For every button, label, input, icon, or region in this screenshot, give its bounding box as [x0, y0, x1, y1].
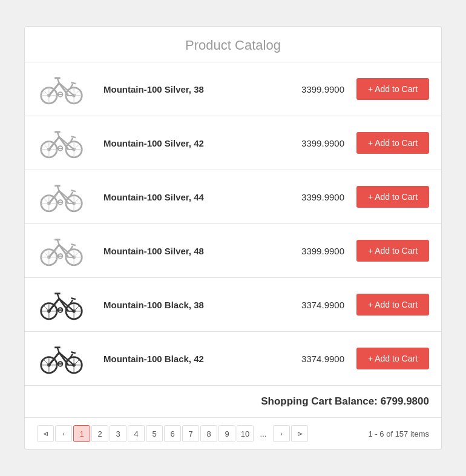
- product-image: [37, 125, 85, 161]
- svg-line-62: [43, 197, 48, 203]
- svg-line-89: [43, 251, 48, 257]
- table-row: Mountain-100 Silver, 48 3399.9900 + Add …: [25, 224, 441, 278]
- add-to-cart-button[interactable]: + Add to Cart: [356, 78, 429, 100]
- table-row: Mountain-100 Silver, 42 3399.9900 + Add …: [25, 116, 441, 170]
- add-to-cart-button[interactable]: + Add to Cart: [356, 348, 429, 369]
- product-price: 3374.9900: [290, 354, 356, 364]
- page-number-button[interactable]: 9: [218, 425, 235, 442]
- page-number-button[interactable]: 3: [110, 425, 126, 442]
- product-price: 3399.9900: [290, 192, 356, 202]
- pagination-bar: ⊲ ‹ 12345678910... › ⊳ 1 - 6 of 157 item…: [25, 418, 441, 449]
- add-to-cart-button[interactable]: + Add to Cart: [356, 186, 429, 208]
- product-name: Mountain-100 Silver, 42: [85, 138, 290, 148]
- product-list: Mountain-100 Silver, 38 3399.9900 + Add …: [25, 62, 441, 386]
- product-price: 3399.9900: [290, 138, 356, 148]
- last-page-button[interactable]: ⊳: [291, 425, 308, 442]
- product-name: Mountain-100 Silver, 38: [85, 84, 290, 94]
- product-image: [37, 71, 85, 107]
- svg-line-123: [74, 305, 79, 311]
- svg-line-75: [57, 186, 59, 191]
- prev-page-button[interactable]: ‹: [55, 425, 72, 442]
- page-number-button[interactable]: 5: [146, 425, 163, 442]
- product-price: 3374.9900: [290, 300, 356, 310]
- svg-line-24: [71, 82, 76, 84]
- svg-line-69: [74, 197, 79, 203]
- product-name: Mountain-100 Black, 38: [85, 300, 290, 310]
- svg-line-156: [57, 348, 59, 352]
- product-image: [37, 340, 85, 377]
- table-row: Mountain-100 Silver, 38 3399.9900 + Add …: [25, 62, 441, 116]
- svg-line-150: [74, 359, 79, 365]
- page-buttons: 12345678910...: [73, 425, 272, 442]
- cart-balance: Shopping Cart Balance: 6799.9800: [25, 386, 441, 418]
- svg-line-102: [57, 240, 59, 245]
- svg-line-143: [43, 359, 48, 365]
- table-row: Mountain-100 Silver, 44 3399.9900 + Add …: [25, 170, 441, 224]
- svg-line-35: [43, 144, 48, 149]
- table-row: Mountain-100 Black, 42 3374.9900 + Add t…: [25, 332, 441, 386]
- svg-line-132: [71, 298, 76, 299]
- svg-line-105: [71, 244, 76, 245]
- svg-line-159: [71, 352, 76, 353]
- pagination-info: 1 - 6 of 157 items: [369, 429, 429, 438]
- next-page-button[interactable]: ›: [273, 425, 290, 442]
- product-price: 3399.9900: [290, 84, 356, 94]
- product-image: [37, 233, 85, 269]
- svg-line-15: [74, 90, 79, 95]
- svg-line-48: [57, 132, 59, 137]
- product-image: [37, 286, 85, 323]
- product-name: Mountain-100 Silver, 48: [85, 246, 290, 256]
- page-number-button[interactable]: 2: [91, 425, 108, 442]
- page-ellipsis: ...: [255, 425, 272, 442]
- page-number-button[interactable]: 10: [237, 425, 254, 442]
- svg-line-21: [57, 78, 59, 83]
- svg-line-51: [71, 136, 76, 137]
- page-number-button[interactable]: 1: [73, 425, 90, 442]
- add-to-cart-button[interactable]: + Add to Cart: [356, 240, 429, 262]
- catalog-container: Product Catalog: [24, 26, 442, 450]
- svg-line-116: [43, 305, 48, 311]
- svg-line-129: [57, 294, 59, 299]
- svg-line-8: [43, 90, 48, 95]
- svg-line-78: [71, 190, 76, 191]
- catalog-title: Product Catalog: [25, 27, 441, 62]
- page-number-button[interactable]: 7: [182, 425, 199, 442]
- add-to-cart-button[interactable]: + Add to Cart: [356, 294, 429, 316]
- page-number-button[interactable]: 8: [200, 425, 217, 442]
- product-image: [37, 179, 85, 215]
- first-page-button[interactable]: ⊲: [37, 425, 54, 442]
- svg-line-96: [74, 251, 79, 257]
- product-name: Mountain-100 Black, 42: [85, 354, 290, 364]
- product-name: Mountain-100 Silver, 44: [85, 192, 290, 202]
- add-to-cart-button[interactable]: + Add to Cart: [356, 132, 429, 154]
- svg-line-42: [74, 144, 79, 149]
- page-number-button[interactable]: 6: [164, 425, 181, 442]
- page-number-button[interactable]: 4: [128, 425, 145, 442]
- product-price: 3399.9900: [290, 246, 356, 256]
- table-row: Mountain-100 Black, 38 3374.9900 + Add t…: [25, 278, 441, 332]
